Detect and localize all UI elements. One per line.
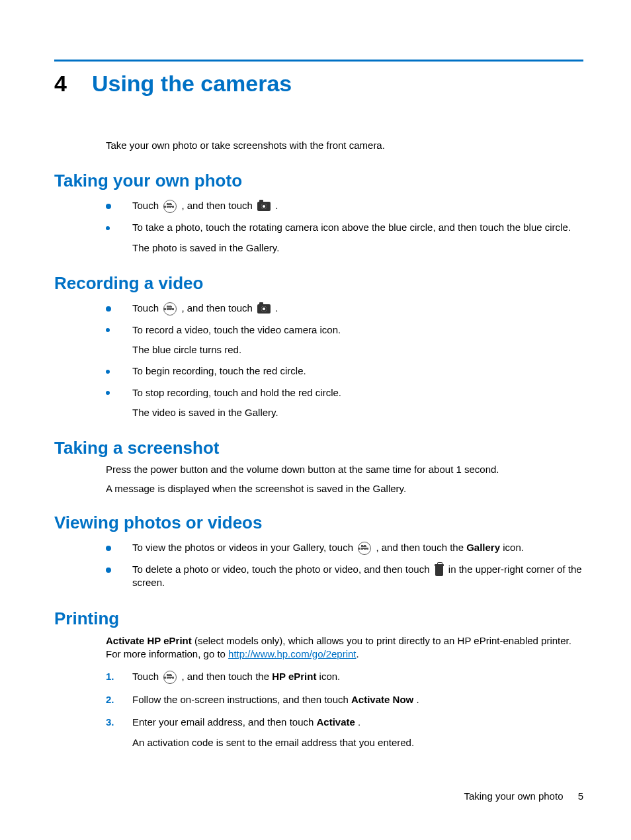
page-footer: Taking your own photo 5 [464,790,583,802]
text: . [358,716,360,728]
camera-icon [257,202,271,211]
top-rule [54,60,583,62]
text: Touch [132,671,161,682]
paragraph: Press the power button and the volume do… [106,464,583,475]
list-number: 2. [106,693,114,706]
paragraph: A message is displayed when the screensh… [106,483,583,494]
trash-icon [435,564,444,576]
numbered-item: 3. Enter your email address, and then to… [106,716,583,749]
bold-text: Activate HP ePrint [106,635,192,646]
all-apps-icon [163,200,177,213]
text: , and then touch [181,302,255,314]
numbered-item: 1. Touch , and then touch the HP ePrint … [106,670,583,684]
text: . [357,648,359,659]
camera-icon [257,304,271,314]
bullet-item: To take a photo, touch the rotating came… [106,221,583,255]
section-heading-photo: Taking your own photo [54,171,583,191]
bullet-item: To begin recording, touch the red circle… [106,364,583,378]
bullet-item: To delete a photo or video, touch the ph… [106,563,583,590]
text: , and then touch the [376,542,466,553]
text: . [275,200,278,211]
page-number: 5 [578,790,583,802]
text: . [275,302,278,314]
note-text: The video is saved in the Gallery. [132,406,583,419]
text: Enter your email address, and then touch [132,716,317,728]
chapter-heading: 4 Using the cameras [54,71,583,97]
text: , and then touch [181,200,255,211]
list-number: 1. [106,670,114,683]
text: To begin recording, touch the red circle… [132,365,306,376]
text: . [416,694,419,705]
bullet-item: To record a video, touch the video camer… [106,323,583,357]
bold-text: HP ePrint [272,671,316,682]
text: To take a photo, touch the rotating came… [132,222,571,233]
bold-text: Activate [317,716,355,728]
bullet-item: Touch , and then touch . [106,199,583,213]
eprint-link[interactable]: http://www.hp.com/go/2eprint [228,648,356,659]
section-heading-viewing: Viewing photos or videos [54,513,583,533]
text: icon. [319,671,341,682]
text: To stop recording, touch and hold the re… [132,387,341,398]
text: Touch [132,302,161,314]
section-heading-screenshot: Taking a screenshot [54,438,583,458]
chapter-title: Using the cameras [92,71,292,97]
text: To record a video, touch the video camer… [132,324,341,335]
text: To view the photos or videos in your Gal… [132,542,356,553]
bullet-item: Touch , and then touch . [106,302,583,315]
text: Touch [132,200,161,211]
text: , and then touch the [181,671,272,682]
text: Follow the on-screen instructions, and t… [132,694,351,705]
text: To delete a photo or video, touch the ph… [132,564,433,575]
note-text: The blue circle turns red. [132,343,583,357]
chapter-number: 4 [54,71,67,97]
note-text: An activation code is sent to the email … [132,736,583,749]
paragraph: Activate HP ePrint (select models only),… [106,634,583,661]
all-apps-icon [163,671,177,684]
bold-text: Activate Now [351,694,413,705]
section-heading-video: Recording a video [54,273,583,294]
bullet-item: To view the photos or videos in your Gal… [106,541,583,555]
text: icon. [503,542,524,553]
list-number: 3. [106,716,114,729]
section-heading-printing: Printing [54,609,583,629]
numbered-item: 2. Follow the on-screen instructions, an… [106,693,583,706]
all-apps-icon [358,542,371,555]
footer-text: Taking your own photo [464,790,563,802]
all-apps-icon [163,302,177,315]
note-text: The photo is saved in the Gallery. [132,241,583,255]
bullet-item: To stop recording, touch and hold the re… [106,386,583,420]
bold-text: Gallery [466,542,500,553]
intro-text: Take your own photo or take screenshots … [106,139,583,152]
